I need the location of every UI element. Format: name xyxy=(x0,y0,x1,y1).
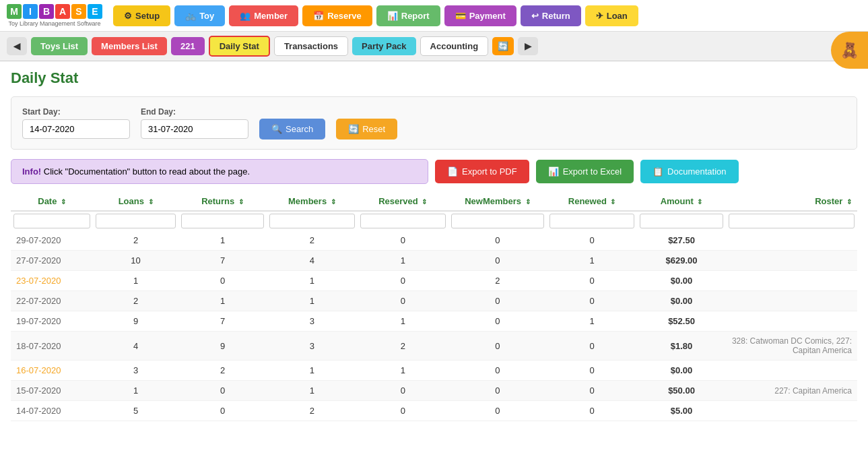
cell-members[interactable]: 3 xyxy=(267,311,358,332)
nav-button-payment[interactable]: 💳Payment xyxy=(444,5,516,26)
cell-renewed[interactable]: 0 xyxy=(547,361,638,381)
start-day-input[interactable] xyxy=(22,119,130,139)
cell-new_members[interactable]: 0 xyxy=(448,361,547,381)
nav-button-toy[interactable]: 🚲Toy xyxy=(174,5,225,26)
col-header-amount[interactable]: Amount ⇕ xyxy=(637,192,725,211)
end-day-input[interactable] xyxy=(141,119,248,139)
cell-returns[interactable]: 9 xyxy=(178,332,267,361)
cell-loans[interactable]: 1 xyxy=(93,381,178,401)
cell-members[interactable]: 3 xyxy=(267,332,358,361)
cell-loans[interactable]: 2 xyxy=(93,291,178,311)
cell-new_members[interactable]: 0 xyxy=(448,291,547,311)
col-filter-date xyxy=(11,211,93,230)
col-header-members[interactable]: Members ⇕ xyxy=(267,192,358,211)
cell-returns[interactable]: 7 xyxy=(178,311,267,332)
col-filter-input-renewed[interactable] xyxy=(549,214,635,228)
col-header-loans[interactable]: Loans ⇕ xyxy=(93,192,178,211)
cell-returns[interactable]: 1 xyxy=(178,291,267,311)
cell-renewed[interactable]: 0 xyxy=(547,291,638,311)
cell-members[interactable]: 1 xyxy=(267,291,358,311)
cell-members[interactable]: 1 xyxy=(267,381,358,401)
nav-button-return[interactable]: ↩Return xyxy=(521,5,581,26)
cell-reserved[interactable]: 1 xyxy=(358,361,448,381)
cell-members[interactable]: 1 xyxy=(267,361,358,381)
cell-renewed[interactable]: 0 xyxy=(547,271,638,291)
cell-loans[interactable]: 3 xyxy=(93,361,178,381)
cell-renewed[interactable]: 0 xyxy=(547,332,638,361)
cell-returns[interactable]: 7 xyxy=(178,251,267,271)
col-filter-input-loans[interactable] xyxy=(96,214,176,228)
sec-nav-item-transactions[interactable]: Transactions xyxy=(274,36,348,56)
cell-reserved[interactable]: 1 xyxy=(358,251,448,271)
col-filter-returns xyxy=(178,211,267,230)
nav-button-loan[interactable]: ✈Loan xyxy=(585,5,638,26)
sec-nav-item-toys-list[interactable]: Toys List xyxy=(31,37,88,55)
sec-nav-item-221[interactable]: 221 xyxy=(171,37,205,55)
cell-members[interactable]: 1 xyxy=(267,271,358,291)
cell-renewed[interactable]: 0 xyxy=(547,401,638,421)
cell-returns[interactable]: 1 xyxy=(178,230,267,251)
cell-returns[interactable]: 0 xyxy=(178,381,267,401)
cell-returns[interactable]: 0 xyxy=(178,271,267,291)
cell-returns[interactable]: 2 xyxy=(178,361,267,381)
cell-loans[interactable]: 1 xyxy=(93,271,178,291)
col-header-date[interactable]: Date ⇕ xyxy=(11,192,93,211)
export-excel-button[interactable]: 📊 Export to Excel xyxy=(536,160,634,183)
export-pdf-button[interactable]: 📄 Export to PDF xyxy=(435,160,529,183)
sec-nav-item-daily-stat[interactable]: Daily Stat xyxy=(209,36,270,57)
cell-reserved[interactable]: 0 xyxy=(358,381,448,401)
cell-loans[interactable]: 2 xyxy=(93,230,178,251)
cell-new_members[interactable]: 0 xyxy=(448,251,547,271)
cell-renewed[interactable]: 0 xyxy=(547,381,638,401)
col-filter-input-date[interactable] xyxy=(13,214,90,228)
cell-members[interactable]: 4 xyxy=(267,251,358,271)
col-header-reserved[interactable]: Reserved ⇕ xyxy=(358,192,448,211)
col-filter-input-reserved[interactable] xyxy=(360,214,446,228)
cell-reserved[interactable]: 1 xyxy=(358,311,448,332)
cell-loans[interactable]: 5 xyxy=(93,401,178,421)
cell-reserved[interactable]: 0 xyxy=(358,291,448,311)
nav-button-reserve[interactable]: 📅Reserve xyxy=(302,5,372,26)
reset-button[interactable]: 🔄 Reset xyxy=(336,119,397,140)
cell-loans[interactable]: 10 xyxy=(93,251,178,271)
nav-back-button[interactable]: ◀ xyxy=(7,37,27,55)
cell-loans[interactable]: 9 xyxy=(93,311,178,332)
cell-returns[interactable]: 0 xyxy=(178,401,267,421)
sec-nav-item-members-list[interactable]: Members List xyxy=(92,37,167,55)
col-filter-input-amount[interactable] xyxy=(640,214,723,228)
cell-members[interactable]: 2 xyxy=(267,230,358,251)
col-filter-input-returns[interactable] xyxy=(181,214,264,228)
sec-nav-item-accounting[interactable]: Accounting xyxy=(420,36,489,56)
col-header-new_members[interactable]: NewMembers ⇕ xyxy=(448,192,547,211)
cell-reserved[interactable]: 2 xyxy=(358,332,448,361)
cell-new_members[interactable]: 2 xyxy=(448,271,547,291)
cell-reserved[interactable]: 0 xyxy=(358,230,448,251)
col-header-roster[interactable]: Roster ⇕ xyxy=(726,192,857,211)
col-filter-input-new_members[interactable] xyxy=(451,214,544,228)
cell-renewed[interactable]: 1 xyxy=(547,311,638,332)
nav-button-member[interactable]: 👥Member xyxy=(229,5,298,26)
cell-new_members[interactable]: 0 xyxy=(448,311,547,332)
cell-amount: $50.00 xyxy=(637,381,725,401)
sec-nav-item-party-pack[interactable]: Party Pack xyxy=(352,37,416,55)
cell-new_members[interactable]: 0 xyxy=(448,381,547,401)
cell-renewed[interactable]: 1 xyxy=(547,251,638,271)
documentation-button[interactable]: 📋 Documentation xyxy=(640,160,738,183)
cell-reserved[interactable]: 0 xyxy=(358,271,448,291)
nav-button-report[interactable]: 📊Report xyxy=(376,5,440,26)
col-header-returns[interactable]: Returns ⇕ xyxy=(178,192,267,211)
cell-new_members[interactable]: 0 xyxy=(448,230,547,251)
nav-forward-button[interactable]: ▶ xyxy=(518,37,538,55)
col-filter-input-members[interactable] xyxy=(269,214,355,228)
cell-new_members[interactable]: 0 xyxy=(448,332,547,361)
cell-loans[interactable]: 4 xyxy=(93,332,178,361)
cell-members[interactable]: 2 xyxy=(267,401,358,421)
col-header-renewed[interactable]: Renewed ⇕ xyxy=(547,192,638,211)
cell-new_members[interactable]: 0 xyxy=(448,401,547,421)
nav-refresh-button[interactable]: 🔄 xyxy=(492,37,514,55)
nav-button-setup[interactable]: ⚙Setup xyxy=(113,5,170,26)
cell-renewed[interactable]: 0 xyxy=(547,230,638,251)
col-filter-input-roster[interactable] xyxy=(729,214,855,228)
cell-reserved[interactable]: 0 xyxy=(358,401,448,421)
search-button[interactable]: 🔍 Search xyxy=(259,119,325,140)
